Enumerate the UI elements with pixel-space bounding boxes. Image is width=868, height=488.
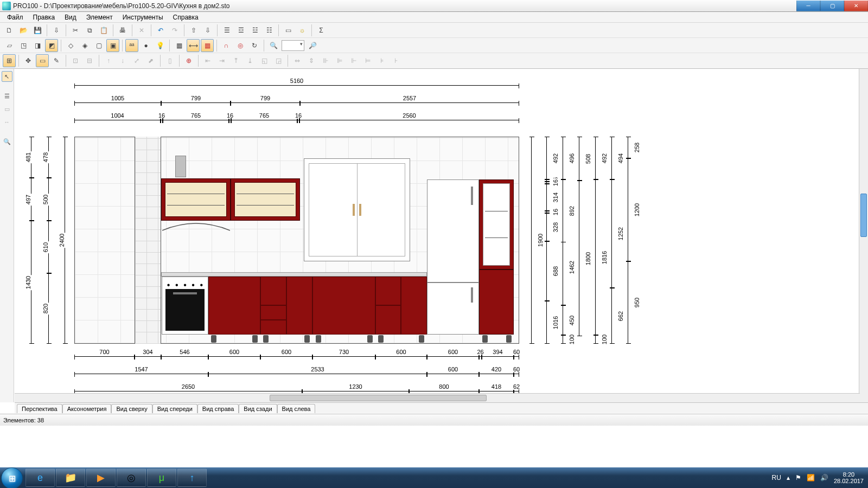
view-front-icon[interactable]: ▣ xyxy=(106,39,119,52)
upper-cabinet-2[interactable] xyxy=(231,178,300,221)
tab-back[interactable]: Вид сзади xyxy=(239,404,277,413)
menu-view[interactable]: Вид xyxy=(60,12,81,22)
toggle-1-icon[interactable]: ▦ xyxy=(173,39,186,52)
base-cabinet-1[interactable] xyxy=(208,277,260,335)
print-icon[interactable]: 🖶 xyxy=(116,24,129,37)
maximize-button[interactable]: ▢ xyxy=(820,1,844,11)
drawer[interactable] xyxy=(260,320,286,335)
scrollbar-thumb[interactable] xyxy=(270,395,487,401)
fridge-bottom[interactable] xyxy=(427,282,479,335)
menu-file[interactable]: Файл xyxy=(2,12,28,22)
labels-icon[interactable]: ªª xyxy=(125,39,138,52)
dim-line: 1016 xyxy=(546,301,547,344)
base-cabinet-4[interactable] xyxy=(401,277,427,335)
drawer[interactable] xyxy=(375,277,401,305)
fridge-top[interactable] xyxy=(427,179,479,282)
menu-tools[interactable]: Инструменты xyxy=(118,12,168,22)
undo-icon[interactable]: ↶ xyxy=(154,24,167,37)
report-1-icon[interactable]: ☰ xyxy=(220,24,233,37)
snap-magnet-icon[interactable]: ∩ xyxy=(220,39,233,52)
taskbar-media-icon[interactable]: ▶ xyxy=(86,468,116,487)
taskbar-ie-icon[interactable]: e xyxy=(25,468,55,487)
cursor-tool-icon[interactable]: ↖ xyxy=(2,71,12,82)
tall-cabinet-bottom[interactable] xyxy=(479,269,514,335)
snap-collision-icon[interactable]: ◎ xyxy=(234,39,247,52)
tray-clock[interactable]: 8:20 28.02.2017 xyxy=(834,471,864,484)
taskbar-app-icon[interactable]: ↑ xyxy=(177,468,207,487)
canvas-viewport[interactable]: 5160 1005 799 799 2557 1004 16 765 16 76… xyxy=(15,69,868,402)
drawer[interactable] xyxy=(260,277,286,305)
money-icon[interactable]: ☼ xyxy=(296,24,309,37)
tab-perspective[interactable]: Перспектива xyxy=(17,404,62,413)
upper-cabinet-1[interactable] xyxy=(161,178,231,221)
tray-network-icon[interactable]: 📶 xyxy=(807,474,815,481)
grid-small-icon[interactable]: ⊞ xyxy=(3,54,16,67)
vertical-scrollbar[interactable] xyxy=(859,69,868,402)
taskbar-chrome-icon[interactable]: ◎ xyxy=(117,468,146,487)
taskbar-utorrent-icon[interactable]: μ xyxy=(147,468,176,487)
center-origin-icon[interactable]: ⊕ xyxy=(182,54,195,67)
tab-right[interactable]: Вид справа xyxy=(197,404,239,413)
report-3-icon[interactable]: ☳ xyxy=(248,24,261,37)
sigma-icon[interactable]: Σ xyxy=(315,24,328,37)
shaded-icon[interactable]: ◨ xyxy=(31,39,44,52)
zoom-out-icon[interactable]: 🔍 xyxy=(267,39,280,52)
close-button[interactable]: ✕ xyxy=(844,1,868,11)
report-2-icon[interactable]: ☲ xyxy=(234,24,247,37)
grid-icon[interactable]: ▦ xyxy=(201,39,214,52)
menu-help[interactable]: Справка xyxy=(168,12,203,22)
tab-left[interactable]: Вид слева xyxy=(277,404,316,413)
drawing-canvas[interactable]: 5160 1005 799 799 2557 1004 16 765 16 76… xyxy=(15,69,868,402)
taskbar-explorer-icon[interactable]: 📁 xyxy=(56,468,85,487)
horizontal-scrollbar[interactable] xyxy=(15,393,860,402)
open-file-icon[interactable]: 📂 xyxy=(17,24,30,37)
menu-edit[interactable]: Правка xyxy=(28,12,60,22)
cut-icon[interactable]: ✂ xyxy=(69,24,82,37)
minimize-button[interactable]: ─ xyxy=(796,1,820,11)
report-4-icon[interactable]: ☷ xyxy=(263,24,276,37)
drawer[interactable] xyxy=(260,305,286,320)
view-axo-icon[interactable]: ◈ xyxy=(78,39,91,52)
tray-flag-icon[interactable]: ⚑ xyxy=(795,474,801,481)
tray-lang[interactable]: RU xyxy=(772,474,781,481)
level-up-icon[interactable]: ⇧ xyxy=(187,24,200,37)
save-icon[interactable]: 💾 xyxy=(31,24,44,37)
dimension-icon[interactable]: ⟷ xyxy=(187,39,200,52)
tray-chevron-icon[interactable]: ▴ xyxy=(787,474,790,481)
edit-tool-icon[interactable]: ✎ xyxy=(50,54,63,67)
base-cabinet-3[interactable] xyxy=(312,277,375,335)
copy-icon[interactable]: ⧉ xyxy=(83,24,96,37)
dim-line: 494 xyxy=(611,137,612,179)
box-tool-icon[interactable]: ▭ xyxy=(282,24,295,37)
wireframe-icon[interactable]: ▱ xyxy=(3,39,16,52)
zoom-in-icon[interactable]: 🔎 xyxy=(306,39,319,52)
base-cabinet-2[interactable] xyxy=(286,277,312,335)
scrollbar-thumb[interactable] xyxy=(860,194,867,237)
shadow-icon[interactable]: ● xyxy=(139,39,152,52)
textured-icon[interactable]: ◩ xyxy=(45,39,58,52)
stove[interactable]: ••••• xyxy=(162,277,208,335)
zoom-dropdown[interactable] xyxy=(282,40,304,51)
drawer[interactable] xyxy=(375,305,401,335)
tall-display-cabinet[interactable] xyxy=(479,179,514,269)
paste-icon[interactable]: 📋 xyxy=(97,24,110,37)
view-top-icon[interactable]: ▢ xyxy=(92,39,105,52)
hidden-line-icon[interactable]: ◳ xyxy=(17,39,30,52)
light-icon[interactable]: 💡 xyxy=(154,39,167,52)
tab-front[interactable]: Вид спереди xyxy=(152,404,197,413)
select-tool-icon[interactable]: ▭ xyxy=(36,54,49,67)
tab-top[interactable]: Вид сверху xyxy=(111,404,152,413)
dim-label: 1004 xyxy=(110,112,125,119)
level-down-icon[interactable]: ⇩ xyxy=(201,24,214,37)
snap-rotate-icon[interactable]: ↻ xyxy=(248,39,261,52)
new-file-icon[interactable]: 🗋 xyxy=(3,24,16,37)
import-icon[interactable]: ⇩ xyxy=(50,24,63,37)
menu-element[interactable]: Элемент xyxy=(81,12,118,22)
start-button[interactable]: ⊞ xyxy=(1,467,23,488)
zoom-tool-icon[interactable]: 🔍 xyxy=(2,136,12,147)
tray-volume-icon[interactable]: 🔊 xyxy=(820,474,828,481)
view-persp-icon[interactable]: ◇ xyxy=(64,39,77,52)
line-tool-icon[interactable]: ☰ xyxy=(2,91,12,101)
move-tool-icon[interactable]: ✥ xyxy=(22,54,35,67)
tab-axonometry[interactable]: Аксонометрия xyxy=(62,404,112,413)
